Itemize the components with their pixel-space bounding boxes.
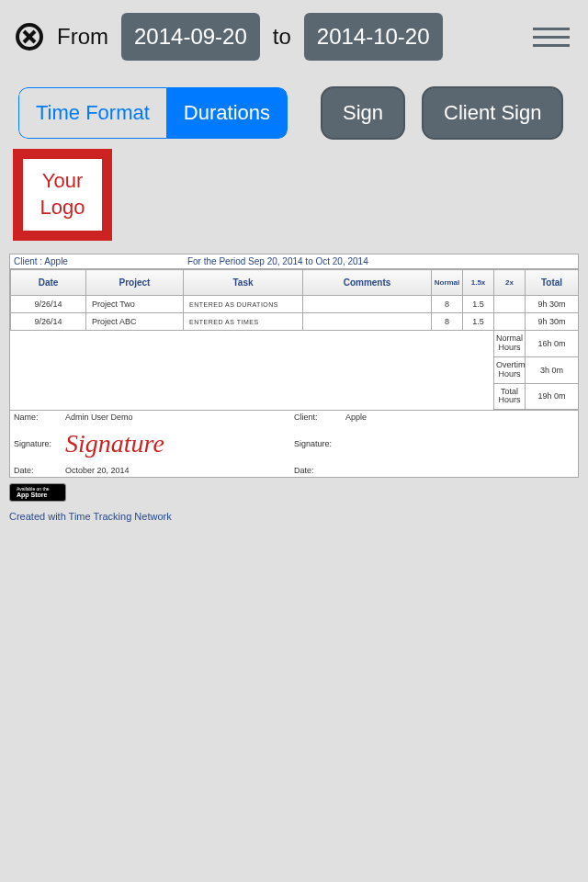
footer-label: Total Hours (494, 383, 526, 410)
cell-normal: 8 (432, 313, 463, 331)
menu-icon[interactable] (529, 24, 573, 51)
date-to[interactable]: 2014-10-20 (304, 13, 443, 61)
from-label: From (57, 24, 108, 50)
sig-name-k: Name: (14, 413, 65, 422)
footer-label: Normal Hours (494, 331, 526, 357)
sig-name-v: Admin User Demo (65, 413, 294, 422)
close-icon[interactable] (15, 22, 44, 51)
footer-value: 19h 0m (526, 383, 579, 410)
logo-placeholder: Your Logo (13, 149, 112, 241)
th-2x: 2x (494, 270, 526, 296)
appstore-text: Available on the App Store (17, 487, 50, 498)
sig-date-k: Date: (14, 466, 65, 475)
th-date: Date (11, 270, 86, 296)
cell-15x: 1.5 (463, 296, 494, 313)
footer-value: 16h 0m (526, 331, 579, 357)
top-bar: From 2014-09-20 to 2014-10-20 (0, 0, 588, 74)
table-row: 9/26/14 Project Two ENTERED AS DURATIONS… (11, 296, 579, 313)
cell-total: 9h 30m (526, 296, 579, 313)
th-project: Project (86, 270, 184, 296)
sig-signature2-k: Signature: (294, 439, 345, 448)
cell-date: 9/26/14 (11, 296, 86, 313)
appstore-badge[interactable]: Available on the App Store (9, 483, 66, 502)
sig-client-v: Apple (345, 413, 574, 422)
cell-date: 9/26/14 (11, 313, 86, 331)
cell-task: ENTERED AS TIMES (184, 313, 303, 331)
signature-image: Signature (65, 425, 294, 462)
toolbar: Time Format Durations Sign Client Sign (0, 74, 588, 140)
report-table: Date Project Task Comments Normal 1.5x 2… (10, 269, 579, 410)
credit-text: Created with Time Tracking Network (9, 511, 588, 522)
cell-2x (494, 313, 526, 331)
cell-comments (303, 313, 432, 331)
cell-project: Project ABC (86, 313, 184, 331)
th-comments: Comments (303, 270, 432, 296)
logo-text: Your Logo (23, 159, 102, 231)
cell-2x (494, 296, 526, 313)
th-total: Total (526, 270, 579, 296)
report-client: Client : Apple (14, 256, 68, 266)
cell-task: ENTERED AS DURATIONS (184, 296, 303, 313)
to-label: to (273, 24, 291, 50)
date-from[interactable]: 2014-09-20 (121, 13, 260, 61)
table-row: 9/26/14 Project ABC ENTERED AS TIMES 8 1… (11, 313, 579, 331)
segment-durations[interactable]: Durations (166, 87, 288, 139)
cell-15x: 1.5 (463, 313, 494, 331)
report-period: For the Period Sep 20, 2014 to Oct 20, 2… (187, 256, 368, 266)
sig-date2-k: Date: (294, 466, 345, 475)
appstore-line2: App Store (17, 492, 50, 498)
th-task: Task (184, 270, 303, 296)
footer-row: Normal Hours 16h 0m (11, 331, 579, 357)
th-normal: Normal (432, 270, 463, 296)
report-preview: Client : Apple For the Period Sep 20, 20… (9, 254, 579, 478)
footer-value: 3h 0m (526, 356, 579, 383)
sign-button[interactable]: Sign (321, 86, 405, 140)
sig-signature-k: Signature: (14, 439, 65, 448)
time-format-segment: Time Format Durations (18, 87, 288, 139)
sig-date-v: October 20, 2014 (65, 466, 294, 475)
cell-project: Project Two (86, 296, 184, 313)
sig-client-k: Client: (294, 413, 345, 422)
client-sign-button[interactable]: Client Sign (422, 86, 563, 140)
cell-normal: 8 (432, 296, 463, 313)
cell-comments (303, 296, 432, 313)
th-15x: 1.5x (463, 270, 494, 296)
cell-total: 9h 30m (526, 313, 579, 331)
segment-time-format[interactable]: Time Format (18, 87, 166, 139)
footer-label: Overtime Hours (494, 356, 526, 383)
